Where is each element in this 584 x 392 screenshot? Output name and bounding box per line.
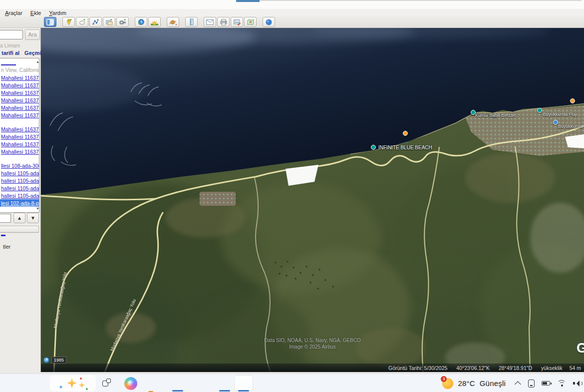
chrome-running-indicator [172,390,183,392]
result-spacer [0,119,39,125]
view-in-maps-button[interactable] [244,17,257,27]
scroll-up-icon[interactable]: ▲ [36,60,39,63]
sunlight-icon [151,19,158,25]
search-result[interactable]: lesi 102-ada-8-p [0,199,39,207]
search-result[interactable]: Mahallesi 11637 [0,111,39,119]
elevation-label: yükseklik [541,365,563,371]
search-result[interactable]: Mahallesi 11637 [0,104,39,111]
poi-marker-beach[interactable] [371,145,376,150]
historical-imagery-chip[interactable]: 1985 [43,357,66,364]
search-button[interactable]: Ara [25,29,40,40]
google-logo-fragment: G [577,341,584,356]
email-icon [206,19,214,25]
add-path-button[interactable] [89,17,102,27]
wifi-icon[interactable] [557,380,566,387]
scroll-down-icon[interactable]: ▼ [36,207,39,210]
search-result[interactable]: Mahallesi 11637 [0,125,39,133]
sidebar-toggle-icon [46,19,54,25]
google-earth-running-indicator [238,390,249,392]
get-directions-link[interactable]: tarifi al [1,50,19,56]
search-result[interactable]: hallesi 1105-ada- [0,192,39,199]
record-tour-button[interactable] [116,17,129,27]
system-tray: 1 28°C Güneşli [442,374,584,392]
map-label-poi-b: Büyükkumla Plajı [543,112,578,117]
red-dot [80,378,82,380]
link-fragment [1,235,5,236]
search-result: n View, California [0,66,39,74]
task-view-button[interactable] [101,377,114,390]
phone-link-icon[interactable] [528,380,535,388]
weather-condition[interactable]: Güneşli [480,379,506,388]
menu-ekle[interactable]: Ekle [30,10,41,16]
search-result[interactable]: Mahallesi 11637 [0,133,39,140]
placemark-orange-beach[interactable] [403,131,408,136]
search-result[interactable]: Mahallesi 11637 [0,148,39,155]
weather-widget[interactable]: 1 [442,378,453,389]
elevation-value: 54 m [570,365,581,371]
menu-yardım[interactable]: Yardım [49,10,66,16]
menu-araçlar[interactable]: Araçlar [5,10,22,16]
sidebar-toggle-button[interactable] [44,17,56,27]
search-result[interactable]: hallesi 1105-ada- [0,177,39,184]
search-sidebar: Ara a Limanı tarifi alGeçmiş n View, Cal… [0,28,41,372]
search-input[interactable] [0,30,23,39]
file-explorer-button[interactable] [148,390,161,392]
historical-imagery-icon [138,18,145,25]
previous-result-button[interactable]: ▲ [13,213,25,223]
search-result[interactable]: Mahallesi 11637 [0,81,39,89]
map-status-bar: Görüntü Tarihi: 5/30/2025 40°23'06.12"K … [41,364,584,372]
background-window-edge [260,0,582,1]
spotify-running-indicator [219,390,230,392]
add-placemark-icon [65,18,72,25]
planets-icon [169,19,177,25]
add-placemark-button[interactable] [62,17,75,27]
widgets-button[interactable] [50,375,96,392]
ruler-button[interactable] [185,17,198,27]
sparkle-icon-blue [59,385,63,389]
search-result[interactable]: Mahallesi 11637 [0,89,39,96]
globe-icon [266,19,272,25]
result-filter-input[interactable] [0,214,11,223]
search-result[interactable]: llesi 108-ada-306 [0,162,39,169]
save-image-icon [234,19,241,25]
weather-temperature[interactable]: 28°C [458,379,475,388]
tray-overflow-chevron-icon[interactable] [515,381,521,388]
ruler-icon [189,18,194,25]
battery-icon[interactable] [542,381,550,386]
satellite-map-view[interactable]: INFINITE BLUE BEACH Kumla Sahili BİRLİK … [41,28,584,372]
places-panel-header[interactable] [0,226,39,233]
print-button[interactable] [217,17,230,27]
add-image-overlay-icon [106,18,113,25]
places-label-fragment: tler [3,244,10,250]
add-polygon-button[interactable] [76,17,88,27]
volume-icon[interactable] [573,380,581,387]
search-result[interactable]: Mahallesi 11637 [0,74,39,81]
map-label-poi-a: Kumla Sahili BİRLİK [475,113,516,118]
next-result-button[interactable]: ▼ [27,213,39,223]
background-window-strip [0,0,584,9]
google-earth-active-background [234,375,253,391]
taskbar: 9 1 28°C Güneşli [0,374,584,392]
poi-marker-b[interactable] [537,108,542,113]
email-button[interactable] [204,17,216,27]
copilot-button[interactable] [124,377,137,390]
placemark-orange-right[interactable] [570,98,575,103]
save-image-button[interactable] [231,17,243,27]
add-image-overlay-button[interactable] [103,17,115,27]
poi-marker-c[interactable] [553,120,558,125]
map-label-beach: INFINITE BLUE BEACH [378,145,432,150]
search-result[interactable]: Mahallesi 11637 [0,96,39,104]
search-result[interactable]: hallesi 1105-ada- [0,169,39,177]
search-result-partial [0,60,39,66]
sunlight-button[interactable] [148,17,161,27]
latitude-readout: 40°23'06.12"K [456,365,490,371]
toolbar [0,16,584,28]
search-result[interactable]: Mahallesi 11637 [0,140,39,148]
print-icon [220,19,227,25]
search-result[interactable]: hallesi 1105-ada- [0,184,39,192]
historical-imagery-button[interactable] [135,17,147,27]
planets-button[interactable] [167,17,179,27]
globe-button[interactable] [263,17,275,27]
imagery-date: Görüntü Tarihi: 5/30/2025 [388,365,447,371]
weather-alert-badge: 1 [441,376,447,382]
